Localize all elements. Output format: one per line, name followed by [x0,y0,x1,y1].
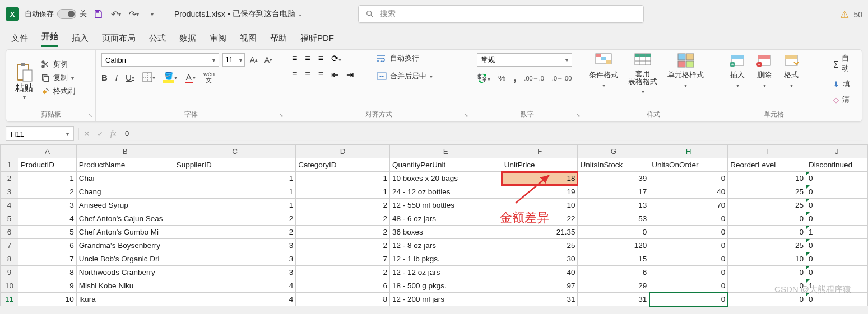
tab-layout[interactable]: 页面布局 [102,33,136,47]
document-title[interactable]: Products1.xlsx • 已保存到这台电脑 ⌄ [174,9,302,19]
cell[interactable]: 0 [728,279,806,293]
cell[interactable]: 12 - 200 ml jars [389,293,502,306]
cell[interactable]: 3 [174,266,296,279]
row-header[interactable]: 3 [1,185,18,199]
table-row[interactable]: 76Grandma's Boysenberry3212 - 8 oz jars2… [1,239,868,252]
dialog-launcher-icon[interactable]: ⤡ [576,113,581,118]
tab-file[interactable]: 文件 [11,33,28,47]
warning-icon[interactable]: ⚠ [840,8,849,21]
fill-button[interactable]: ⬇填 [833,79,856,89]
cell[interactable]: 6 [578,266,649,279]
cell[interactable]: 0 [649,239,728,252]
col-header[interactable]: H [649,145,728,158]
table-row[interactable]: 43Aniseed Syrup1212 - 550 ml bottles1013… [1,199,868,212]
row-header[interactable]: 8 [1,252,18,266]
row-header[interactable]: 2 [1,172,18,185]
cell[interactable]: 4 [174,293,296,306]
cell[interactable]: 6 [296,279,390,293]
cell[interactable]: 1 [296,172,390,185]
cell[interactable]: 1 [806,226,867,239]
cell[interactable]: 10 [728,172,806,185]
comma-button[interactable]: , [513,72,516,84]
cell[interactable]: 8 [296,293,390,306]
cell[interactable]: 0 [806,266,867,279]
orientation-icon[interactable]: ⟳▾ [331,53,341,64]
format-cells-button[interactable]: 格式▾ [783,53,800,88]
cell[interactable]: 2 [296,266,390,279]
row-header[interactable]: 4 [1,199,18,212]
cell[interactable]: 0 [649,226,728,239]
cell[interactable]: 0 [728,293,806,306]
column-headers[interactable]: A B C D E F G H I J [1,145,868,158]
cell[interactable]: 3 [174,252,296,266]
cell[interactable]: 0 [806,252,867,266]
table-row[interactable]: 32Chang1124 - 12 oz bottles191740250 [1,185,868,199]
cell[interactable]: ProductName [76,158,174,172]
autosum-button[interactable]: ∑自动 [833,53,856,73]
cell[interactable]: 53 [578,212,649,226]
cell[interactable]: 6 [18,239,76,252]
currency-button[interactable]: 💱▾ [477,73,490,83]
col-header[interactable]: G [578,145,649,158]
toggle-off-icon[interactable] [57,9,76,19]
formula-input[interactable]: 0 [120,126,862,141]
cell[interactable]: 2 [174,212,296,226]
cell[interactable]: 40 [502,266,578,279]
save-icon[interactable] [92,8,104,20]
table-row[interactable]: 54Chef Anton's Cajun Seas2248 - 6 oz jar… [1,212,868,226]
col-header[interactable]: B [76,145,174,158]
conditional-format-button[interactable]: 条件格式▾ [589,53,618,95]
cell[interactable]: 0 [806,172,867,185]
cell[interactable]: Ikura [76,293,174,306]
cell[interactable]: 0 [649,252,728,266]
cell[interactable]: 3 [18,199,76,212]
tab-formula[interactable]: 公式 [149,33,166,47]
col-header[interactable]: A [18,145,76,158]
cell[interactable]: 19 [502,185,578,199]
tab-review[interactable]: 审阅 [210,33,226,47]
fx-icon[interactable]: fx [110,129,116,138]
align-center-icon[interactable]: ≡ [305,69,310,80]
cell[interactable]: CategoryID [296,158,390,172]
cell[interactable]: 31 [502,293,578,306]
dialog-launcher-icon[interactable]: ⤡ [89,113,93,118]
fill-color-button[interactable]: 🪣▾ [163,72,177,83]
cell[interactable]: 18 - 500 g pkgs. [389,279,502,293]
border-button[interactable]: ▾ [142,72,155,82]
clear-button[interactable]: ◇清 [833,95,856,105]
search-input[interactable]: 搜索 [358,5,644,23]
cell[interactable]: 25 [502,239,578,252]
percent-button[interactable]: % [498,73,505,83]
cell[interactable]: ReorderLevel [728,158,806,172]
undo-icon[interactable]: ↶▾ [110,8,122,20]
cell[interactable]: 0 [806,239,867,252]
underline-button[interactable]: U▾ [126,73,134,82]
cell[interactable]: 5 [18,226,76,239]
tab-view[interactable]: 视图 [240,33,257,47]
cell[interactable]: 12 - 1 lb pkgs. [389,252,502,266]
wrap-text-button[interactable]: 自动换行 [377,53,433,63]
cell[interactable]: 40 [649,185,728,199]
cell[interactable]: Chai [76,172,174,185]
table-row[interactable]: 65Chef Anton's Gumbo Mi2236 boxes21.3500… [1,226,868,239]
delete-cells-button[interactable]: − 删除▾ [756,53,773,88]
italic-button[interactable]: I [115,73,118,82]
number-format-select[interactable]: 常规▾ [477,53,572,67]
font-color-button[interactable]: A▾ [185,72,196,83]
cell[interactable]: 2 [18,185,76,199]
insert-cells-button[interactable]: + 插入▾ [729,53,746,88]
cell[interactable]: 22 [502,212,578,226]
cell[interactable]: 48 - 6 oz jars [389,212,502,226]
tab-help[interactable]: 帮助 [270,33,287,47]
cell[interactable]: 0 [649,172,728,185]
cell[interactable]: 25 [728,199,806,212]
cell[interactable]: 2 [174,226,296,239]
cell[interactable]: 2 [296,226,390,239]
cell[interactable]: 31 [578,293,649,306]
cell[interactable]: 0 [728,212,806,226]
tab-data[interactable]: 数据 [179,33,196,47]
cell-style-button[interactable]: 单元格样式▾ [667,53,704,95]
format-painter-button[interactable]: 格式刷 [41,86,75,96]
cell[interactable]: QuantityPerUnit [389,158,502,172]
cell[interactable]: 18 [502,172,578,185]
